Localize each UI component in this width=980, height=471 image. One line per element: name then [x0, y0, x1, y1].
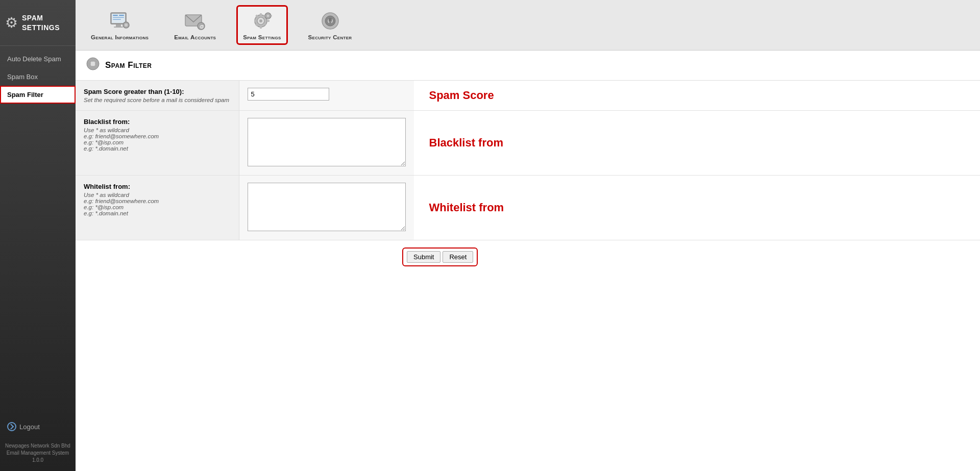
form-table: Spam Score greater than (1-10): Set the …	[76, 81, 980, 240]
whitelist-field-desc: Use * as wildcard e.g: friend@somewhere.…	[84, 192, 231, 216]
blacklist-row: Blacklist from: Use * as wildcard e.g: f…	[76, 111, 980, 176]
spam-score-help: Spam Score	[429, 89, 494, 102]
spam-settings-icon: ⚙	[5, 14, 18, 31]
spam-score-input-cell	[239, 81, 414, 111]
main-content: General Informations @ Email Accounts	[76, 0, 980, 471]
topnav-email-accounts[interactable]: @ Email Accounts	[169, 7, 221, 43]
sidebar-title: Spam Settings	[22, 13, 60, 32]
sidebar-footer: Newpages Network Sdn Bhd Email Managemen…	[0, 437, 76, 471]
sidebar-item-auto-delete[interactable]: Auto Delete Spam	[0, 50, 76, 68]
topnav-general[interactable]: General Informations	[86, 7, 154, 43]
svg-point-15	[259, 19, 262, 22]
svg-rect-26	[267, 12, 269, 14]
page-header: Spam Filter	[76, 51, 980, 81]
top-nav: General Informations @ Email Accounts	[76, 0, 980, 51]
spam-score-field-desc: Set the required score before a mail is …	[84, 97, 231, 103]
svg-rect-19	[267, 20, 270, 22]
svg-rect-29	[271, 15, 272, 17]
form-buttons: Submit Reset	[402, 247, 478, 266]
whitelist-field-name: Whitelist from:	[84, 183, 231, 190]
whitelist-help-cell: Whitelist from	[414, 176, 981, 240]
spam-score-input[interactable]	[248, 88, 329, 101]
spam-score-help-cell: Spam Score	[414, 81, 981, 111]
svg-point-25	[267, 15, 270, 17]
sidebar-header: ⚙ Spam Settings	[0, 0, 76, 46]
spam-score-field-name: Spam Score greater than (1-10):	[84, 88, 231, 95]
topnav-spam-settings-label: Spam Settings	[243, 34, 281, 40]
spam-filter-form: Spam Score greater than (1-10): Set the …	[76, 81, 980, 282]
reset-button[interactable]: Reset	[443, 251, 473, 263]
spam-score-row: Spam Score greater than (1-10): Set the …	[76, 81, 980, 111]
sidebar-item-spam-filter[interactable]: Spam Filter	[0, 86, 76, 104]
whitelist-row: Whitelist from: Use * as wildcard e.g: f…	[76, 176, 980, 240]
whitelist-help: Whitelist from	[429, 201, 504, 214]
svg-rect-7	[113, 19, 121, 20]
blacklist-field-name: Blacklist from:	[84, 118, 231, 126]
page-header-icon	[86, 57, 100, 74]
svg-rect-17	[260, 26, 262, 29]
blacklist-help: Blacklist from	[429, 136, 504, 149]
spam-settings-nav-icon	[251, 10, 273, 32]
svg-rect-4	[119, 15, 124, 16]
sidebar-nav: Auto Delete Spam Spam Box Spam Filter	[0, 46, 76, 416]
svg-point-36	[90, 61, 95, 66]
svg-rect-37	[92, 60, 94, 62]
content-area: Spam Filter Spam Score greater than (1-1…	[76, 51, 980, 471]
svg-rect-27	[267, 18, 269, 19]
whitelist-textarea[interactable]	[248, 183, 406, 231]
svg-rect-40	[95, 63, 97, 65]
submit-button[interactable]: Submit	[407, 251, 440, 263]
svg-rect-16	[260, 13, 262, 16]
sidebar-item-spam-box[interactable]: Spam Box	[0, 68, 76, 86]
blacklist-input-cell	[239, 111, 414, 176]
svg-rect-18	[254, 20, 257, 22]
svg-point-9	[125, 23, 128, 27]
email-accounts-icon: @	[184, 10, 206, 32]
topnav-security-label: Security Center	[308, 34, 352, 40]
logout-icon	[7, 422, 16, 431]
topnav-general-label: General Informations	[91, 34, 149, 40]
blacklist-textarea[interactable]	[248, 118, 406, 166]
topnav-security-center[interactable]: Security Center	[303, 7, 357, 43]
sidebar: ⚙ Spam Settings Auto Delete Spam Spam Bo…	[0, 0, 76, 471]
spam-score-label-cell: Spam Score greater than (1-10): Set the …	[76, 81, 239, 111]
svg-rect-6	[113, 17, 124, 18]
svg-rect-5	[113, 15, 118, 16]
svg-rect-34	[329, 21, 331, 24]
blacklist-label-cell: Blacklist from: Use * as wildcard e.g: f…	[76, 111, 239, 176]
svg-text:@: @	[200, 24, 204, 29]
whitelist-input-cell	[239, 176, 414, 240]
page-title: Spam Filter	[105, 60, 152, 70]
topnav-email-label: Email Accounts	[174, 34, 216, 40]
blacklist-field-desc: Use * as wildcard e.g: friend@somewhere.…	[84, 127, 231, 152]
whitelist-label-cell: Whitelist from: Use * as wildcard e.g: f…	[76, 176, 239, 240]
logout-button[interactable]: Logout	[0, 416, 76, 437]
svg-rect-3	[114, 27, 123, 28]
svg-rect-38	[92, 66, 94, 68]
general-informations-icon	[109, 10, 131, 32]
svg-rect-2	[116, 24, 121, 27]
svg-rect-28	[265, 15, 266, 17]
blacklist-help-cell: Blacklist from	[414, 111, 981, 176]
logout-label: Logout	[19, 423, 40, 431]
svg-rect-39	[89, 63, 91, 65]
security-center-icon	[319, 10, 341, 32]
topnav-spam-settings[interactable]: Spam Settings	[236, 5, 287, 45]
